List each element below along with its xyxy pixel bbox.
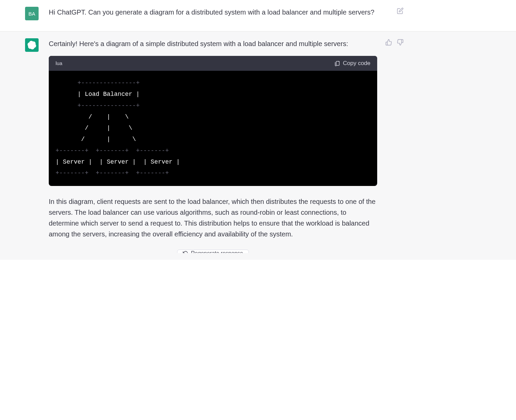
user-avatar: BA	[25, 7, 39, 20]
code-content: +---------------+ | Load Balancer | +---…	[49, 71, 377, 186]
user-message-content: Hi ChatGPT. Can you generate a diagram f…	[49, 7, 397, 24]
user-avatar-initials: BA	[28, 11, 35, 17]
assistant-intro-text: Certainly! Here's a diagram of a simple …	[49, 38, 377, 49]
code-header: lua Copy code	[49, 56, 377, 71]
thumbs-down-button[interactable]	[396, 38, 404, 46]
assistant-message-content: Certainly! Here's a diagram of a simple …	[49, 38, 397, 253]
code-language-label: lua	[56, 59, 62, 67]
assistant-message-row: Certainly! Here's a diagram of a simple …	[0, 31, 516, 260]
regenerate-label: Regenerate response	[191, 250, 243, 253]
user-message-text: Hi ChatGPT. Can you generate a diagram f…	[49, 7, 377, 18]
thumbs-up-button[interactable]	[385, 38, 393, 46]
copy-code-button[interactable]: Copy code	[334, 60, 370, 67]
assistant-avatar	[25, 38, 39, 52]
code-block: lua Copy code +---------------+ | Load B…	[49, 56, 377, 186]
edit-button[interactable]	[396, 7, 404, 15]
openai-logo-icon	[27, 41, 36, 49]
regenerate-button[interactable]: Regenerate response	[177, 250, 249, 253]
edit-icon	[397, 7, 404, 14]
user-message-row: BA Hi ChatGPT. Can you generate a diagra…	[0, 0, 516, 31]
refresh-icon	[183, 251, 188, 253]
thumbs-down-icon	[397, 39, 404, 46]
clipboard-icon	[334, 60, 340, 66]
copy-code-label: Copy code	[343, 60, 370, 67]
thumbs-up-icon	[385, 39, 392, 46]
svg-rect-0	[336, 61, 339, 65]
assistant-explanation-text: In this diagram, client requests are sen…	[49, 196, 377, 239]
